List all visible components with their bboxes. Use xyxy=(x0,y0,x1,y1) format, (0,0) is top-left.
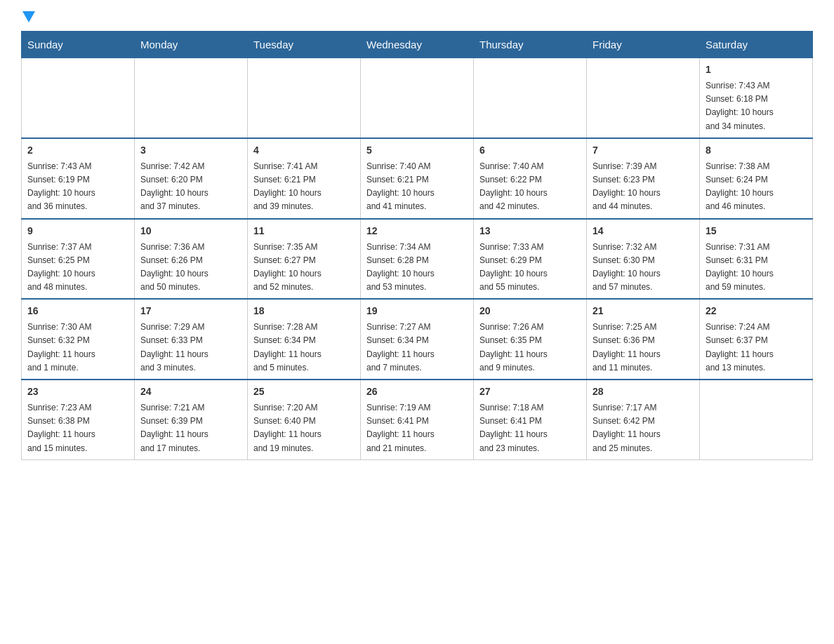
day-info: Sunrise: 7:19 AM Sunset: 6:41 PM Dayligh… xyxy=(366,401,468,455)
day-number: 17 xyxy=(140,304,241,318)
calendar-header-row: SundayMondayTuesdayWednesdayThursdayFrid… xyxy=(22,32,813,58)
calendar-cell: 7Sunrise: 7:39 AM Sunset: 6:23 PM Daylig… xyxy=(587,138,700,219)
day-info: Sunrise: 7:24 AM Sunset: 6:37 PM Dayligh… xyxy=(706,321,807,375)
day-info: Sunrise: 7:20 AM Sunset: 6:40 PM Dayligh… xyxy=(253,401,355,455)
day-number: 16 xyxy=(27,304,128,318)
day-number: 22 xyxy=(706,304,807,318)
day-info: Sunrise: 7:28 AM Sunset: 6:34 PM Dayligh… xyxy=(253,321,355,375)
calendar-cell: 11Sunrise: 7:35 AM Sunset: 6:27 PM Dayli… xyxy=(248,219,361,300)
calendar-header-thursday: Thursday xyxy=(474,32,587,58)
calendar-cell: 17Sunrise: 7:29 AM Sunset: 6:33 PM Dayli… xyxy=(135,299,248,380)
day-number: 5 xyxy=(366,143,468,158)
day-number: 20 xyxy=(479,304,581,318)
calendar-cell: 23Sunrise: 7:23 AM Sunset: 6:38 PM Dayli… xyxy=(22,380,135,459)
day-info: Sunrise: 7:36 AM Sunset: 6:26 PM Dayligh… xyxy=(140,241,241,295)
day-info: Sunrise: 7:41 AM Sunset: 6:21 PM Dayligh… xyxy=(253,160,355,214)
day-info: Sunrise: 7:17 AM Sunset: 6:42 PM Dayligh… xyxy=(593,401,694,455)
calendar-cell xyxy=(248,58,361,138)
day-info: Sunrise: 7:37 AM Sunset: 6:25 PM Dayligh… xyxy=(27,241,128,295)
day-number: 12 xyxy=(366,224,468,239)
day-number: 15 xyxy=(706,224,807,239)
day-number: 4 xyxy=(253,143,355,158)
calendar-cell: 14Sunrise: 7:32 AM Sunset: 6:30 PM Dayli… xyxy=(587,219,700,300)
calendar-cell: 16Sunrise: 7:30 AM Sunset: 6:32 PM Dayli… xyxy=(22,299,135,380)
day-info: Sunrise: 7:33 AM Sunset: 6:29 PM Dayligh… xyxy=(479,241,581,295)
calendar-header-wednesday: Wednesday xyxy=(361,32,474,58)
calendar-cell xyxy=(22,58,135,138)
day-number: 26 xyxy=(366,384,468,399)
day-info: Sunrise: 7:31 AM Sunset: 6:31 PM Dayligh… xyxy=(706,241,807,295)
day-info: Sunrise: 7:32 AM Sunset: 6:30 PM Dayligh… xyxy=(593,241,694,295)
day-info: Sunrise: 7:35 AM Sunset: 6:27 PM Dayligh… xyxy=(253,241,355,295)
calendar-cell: 22Sunrise: 7:24 AM Sunset: 6:37 PM Dayli… xyxy=(700,299,813,380)
calendar-week-row: 9Sunrise: 7:37 AM Sunset: 6:25 PM Daylig… xyxy=(22,219,813,300)
day-number: 8 xyxy=(706,143,807,158)
calendar-cell: 15Sunrise: 7:31 AM Sunset: 6:31 PM Dayli… xyxy=(700,219,813,300)
page-header xyxy=(21,14,813,24)
day-number: 24 xyxy=(140,384,241,399)
calendar-cell: 28Sunrise: 7:17 AM Sunset: 6:42 PM Dayli… xyxy=(587,380,700,459)
day-info: Sunrise: 7:42 AM Sunset: 6:20 PM Dayligh… xyxy=(140,160,241,214)
calendar-cell xyxy=(474,58,587,138)
day-info: Sunrise: 7:30 AM Sunset: 6:32 PM Dayligh… xyxy=(27,321,128,375)
calendar-cell: 5Sunrise: 7:40 AM Sunset: 6:21 PM Daylig… xyxy=(361,138,474,219)
day-number: 28 xyxy=(593,384,694,399)
day-number: 13 xyxy=(479,224,581,239)
day-info: Sunrise: 7:40 AM Sunset: 6:21 PM Dayligh… xyxy=(366,160,468,214)
calendar-cell: 26Sunrise: 7:19 AM Sunset: 6:41 PM Dayli… xyxy=(361,380,474,459)
calendar-header-friday: Friday xyxy=(587,32,700,58)
day-info: Sunrise: 7:43 AM Sunset: 6:18 PM Dayligh… xyxy=(706,79,807,133)
calendar-cell xyxy=(135,58,248,138)
calendar-cell: 24Sunrise: 7:21 AM Sunset: 6:39 PM Dayli… xyxy=(135,380,248,459)
day-number: 27 xyxy=(479,384,581,399)
calendar-cell: 4Sunrise: 7:41 AM Sunset: 6:21 PM Daylig… xyxy=(248,138,361,219)
day-info: Sunrise: 7:38 AM Sunset: 6:24 PM Dayligh… xyxy=(706,160,807,214)
calendar-cell: 21Sunrise: 7:25 AM Sunset: 6:36 PM Dayli… xyxy=(587,299,700,380)
day-number: 23 xyxy=(27,384,128,399)
logo xyxy=(21,14,35,24)
calendar-cell xyxy=(587,58,700,138)
calendar-cell: 25Sunrise: 7:20 AM Sunset: 6:40 PM Dayli… xyxy=(248,380,361,459)
calendar-week-row: 1Sunrise: 7:43 AM Sunset: 6:18 PM Daylig… xyxy=(22,58,813,138)
day-number: 1 xyxy=(706,62,807,77)
calendar-cell: 27Sunrise: 7:18 AM Sunset: 6:41 PM Dayli… xyxy=(474,380,587,459)
calendar-cell: 13Sunrise: 7:33 AM Sunset: 6:29 PM Dayli… xyxy=(474,219,587,300)
calendar-cell: 6Sunrise: 7:40 AM Sunset: 6:22 PM Daylig… xyxy=(474,138,587,219)
day-number: 14 xyxy=(593,224,694,239)
calendar-week-row: 23Sunrise: 7:23 AM Sunset: 6:38 PM Dayli… xyxy=(22,380,813,459)
day-info: Sunrise: 7:34 AM Sunset: 6:28 PM Dayligh… xyxy=(366,241,468,295)
day-info: Sunrise: 7:40 AM Sunset: 6:22 PM Dayligh… xyxy=(479,160,581,214)
day-number: 3 xyxy=(140,143,241,158)
day-info: Sunrise: 7:18 AM Sunset: 6:41 PM Dayligh… xyxy=(479,401,581,455)
calendar-cell xyxy=(361,58,474,138)
calendar-cell: 8Sunrise: 7:38 AM Sunset: 6:24 PM Daylig… xyxy=(700,138,813,219)
day-info: Sunrise: 7:21 AM Sunset: 6:39 PM Dayligh… xyxy=(140,401,241,455)
day-info: Sunrise: 7:25 AM Sunset: 6:36 PM Dayligh… xyxy=(593,321,694,375)
calendar-cell: 10Sunrise: 7:36 AM Sunset: 6:26 PM Dayli… xyxy=(135,219,248,300)
calendar-cell xyxy=(700,380,813,459)
day-info: Sunrise: 7:43 AM Sunset: 6:19 PM Dayligh… xyxy=(27,160,128,214)
calendar-week-row: 2Sunrise: 7:43 AM Sunset: 6:19 PM Daylig… xyxy=(22,138,813,219)
calendar-header-saturday: Saturday xyxy=(700,32,813,58)
day-info: Sunrise: 7:27 AM Sunset: 6:34 PM Dayligh… xyxy=(366,321,468,375)
day-number: 9 xyxy=(27,224,128,239)
day-number: 11 xyxy=(253,224,355,239)
calendar-header-sunday: Sunday xyxy=(22,32,135,58)
calendar-week-row: 16Sunrise: 7:30 AM Sunset: 6:32 PM Dayli… xyxy=(22,299,813,380)
day-info: Sunrise: 7:29 AM Sunset: 6:33 PM Dayligh… xyxy=(140,321,241,375)
calendar-table: SundayMondayTuesdayWednesdayThursdayFrid… xyxy=(21,31,813,460)
calendar-header-monday: Monday xyxy=(135,32,248,58)
calendar-header-tuesday: Tuesday xyxy=(248,32,361,58)
calendar-cell: 3Sunrise: 7:42 AM Sunset: 6:20 PM Daylig… xyxy=(135,138,248,219)
svg-marker-0 xyxy=(22,11,35,22)
calendar-cell: 20Sunrise: 7:26 AM Sunset: 6:35 PM Dayli… xyxy=(474,299,587,380)
day-number: 6 xyxy=(479,143,581,158)
calendar-cell: 9Sunrise: 7:37 AM Sunset: 6:25 PM Daylig… xyxy=(22,219,135,300)
logo-triangle-icon xyxy=(22,11,35,24)
calendar-cell: 1Sunrise: 7:43 AM Sunset: 6:18 PM Daylig… xyxy=(700,58,813,138)
day-number: 10 xyxy=(140,224,241,239)
day-number: 7 xyxy=(593,143,694,158)
day-info: Sunrise: 7:23 AM Sunset: 6:38 PM Dayligh… xyxy=(27,401,128,455)
calendar-cell: 2Sunrise: 7:43 AM Sunset: 6:19 PM Daylig… xyxy=(22,138,135,219)
day-info: Sunrise: 7:26 AM Sunset: 6:35 PM Dayligh… xyxy=(479,321,581,375)
